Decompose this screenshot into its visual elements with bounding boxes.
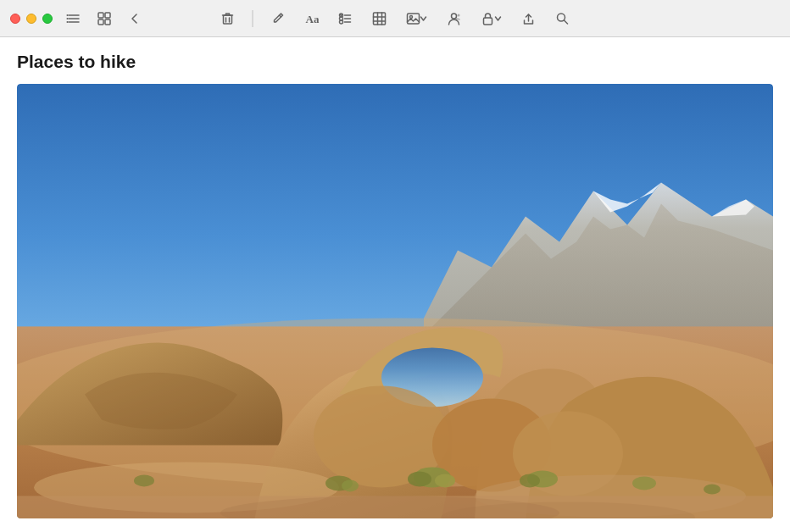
share-icon xyxy=(521,11,537,26)
table-button[interactable] xyxy=(369,9,391,28)
note-content: Places to hike xyxy=(0,37,790,532)
text-format-icon: Aa xyxy=(304,11,320,26)
checklist-button[interactable] xyxy=(335,9,357,28)
attachment-button[interactable] xyxy=(403,9,431,28)
svg-point-47 xyxy=(408,472,431,487)
back-button[interactable] xyxy=(124,9,146,28)
svg-point-27 xyxy=(410,15,413,18)
edit-icon xyxy=(270,11,286,26)
collaboration-button[interactable] xyxy=(443,9,465,28)
svg-rect-26 xyxy=(408,14,420,24)
format-text-button[interactable]: Aa xyxy=(301,9,323,28)
list-view-button[interactable] xyxy=(63,9,85,28)
grid-icon xyxy=(97,11,112,26)
share-button[interactable] xyxy=(518,9,540,28)
svg-rect-9 xyxy=(105,19,110,25)
search-button[interactable] xyxy=(552,9,574,28)
svg-rect-10 xyxy=(224,15,232,24)
svg-rect-8 xyxy=(98,19,103,25)
delete-button[interactable] xyxy=(217,9,239,28)
svg-text:Aa: Aa xyxy=(306,13,320,25)
new-note-button[interactable] xyxy=(267,9,289,28)
traffic-lights xyxy=(10,14,53,24)
svg-point-52 xyxy=(520,474,540,488)
svg-point-5 xyxy=(67,21,69,23)
trash-icon xyxy=(220,11,236,26)
toolbar-left xyxy=(63,9,146,28)
svg-point-29 xyxy=(458,14,460,16)
chevron-down-icon xyxy=(420,14,428,23)
svg-point-19 xyxy=(340,20,343,24)
toolbar-divider-1 xyxy=(253,10,253,27)
lock-button[interactable] xyxy=(477,9,506,28)
svg-rect-21 xyxy=(374,13,386,25)
svg-point-55 xyxy=(704,485,720,495)
lock-chevron-icon xyxy=(494,14,503,23)
search-icon xyxy=(555,11,570,26)
svg-point-4 xyxy=(67,18,69,19)
maximize-button[interactable] xyxy=(42,14,53,24)
note-title: Places to hike xyxy=(17,51,773,72)
checklist-icon xyxy=(338,11,353,26)
grid-view-button[interactable] xyxy=(93,9,115,28)
svg-point-54 xyxy=(632,477,656,490)
svg-point-28 xyxy=(452,14,457,19)
note-image-container xyxy=(17,84,773,518)
svg-point-53 xyxy=(134,475,154,487)
list-icon xyxy=(66,11,81,26)
close-button[interactable] xyxy=(10,14,20,24)
minimize-button[interactable] xyxy=(26,14,36,24)
svg-rect-30 xyxy=(484,18,492,25)
svg-line-13 xyxy=(280,15,281,17)
titlebar: Aa xyxy=(0,0,790,37)
svg-rect-7 xyxy=(105,13,110,18)
svg-point-3 xyxy=(67,14,69,16)
table-icon xyxy=(372,11,387,26)
svg-point-50 xyxy=(342,480,359,492)
svg-point-48 xyxy=(435,474,455,488)
collaboration-icon xyxy=(447,11,462,26)
back-icon xyxy=(127,11,142,26)
svg-line-32 xyxy=(565,20,568,24)
svg-rect-58 xyxy=(17,496,773,518)
toolbar-center: Aa xyxy=(217,9,574,28)
svg-rect-6 xyxy=(98,13,103,18)
note-image xyxy=(17,84,773,518)
